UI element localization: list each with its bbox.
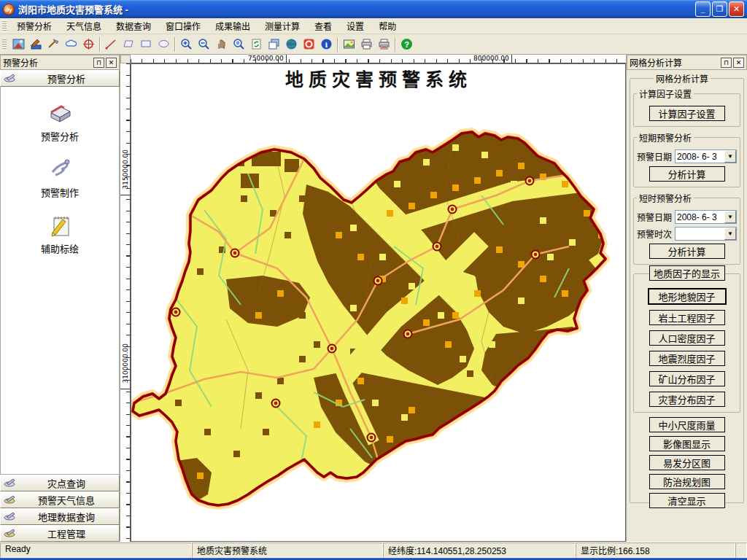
- info-icon[interactable]: i: [317, 36, 335, 53]
- short-term-group-label: 短期预警分析: [637, 131, 694, 144]
- stamp-icon: [4, 494, 17, 506]
- menu-item-7[interactable]: 查看: [307, 18, 339, 34]
- extra-button-4[interactable]: 防治规划图: [649, 474, 725, 489]
- map-image-icon[interactable]: [340, 36, 357, 53]
- town-marker[interactable]: [328, 345, 336, 353]
- chevron-down-icon[interactable]: ▼: [724, 150, 736, 163]
- left-group-1[interactable]: 灾点查询: [0, 475, 120, 491]
- menu-item-3[interactable]: 数据查询: [109, 18, 158, 34]
- left-group-3[interactable]: 地理数据查询: [0, 508, 120, 525]
- print-icon[interactable]: [357, 36, 375, 53]
- calc-factor-settings-button[interactable]: 计算因子设置: [649, 106, 725, 121]
- close-button[interactable]: ✕: [729, 1, 744, 17]
- short-time-period-label: 预警时次: [637, 228, 675, 240]
- town-marker[interactable]: [374, 277, 382, 285]
- hammer-icon[interactable]: [27, 36, 44, 53]
- satellite-image-icon[interactable]: [9, 36, 27, 53]
- town-marker[interactable]: [433, 243, 441, 251]
- polygon-icon[interactable]: [120, 36, 137, 53]
- short-term-calc-button[interactable]: 分析计算: [649, 166, 725, 182]
- close-icon[interactable]: ✕: [733, 58, 744, 68]
- right-panel: 网格分析计算 ⊓ ✕ 网格分析计算 计算因子设置 计算因子设置 短期预警分析 预…: [626, 55, 747, 542]
- factor-button-2[interactable]: 岩土工程因子: [649, 310, 725, 325]
- extra-button-3[interactable]: 易发分区图: [649, 455, 725, 470]
- factor-button-5[interactable]: 矿山分布因子: [649, 371, 725, 386]
- extra-button-2[interactable]: 影像图显示: [649, 436, 725, 451]
- layers-icon[interactable]: [265, 36, 282, 53]
- line-icon[interactable]: [102, 36, 120, 53]
- left-panel: 预警分析 ⊓ ✕ 预警分析 预警分析预警制作辅助标绘 灾点查询预警天气信息地理数…: [0, 55, 120, 542]
- town-marker[interactable]: [526, 177, 534, 185]
- ellipse-icon[interactable]: [155, 36, 172, 53]
- minimize-button[interactable]: _: [695, 1, 711, 17]
- menu-item-4[interactable]: 窗口操作: [158, 18, 208, 34]
- extra-button-5[interactable]: 清空显示: [649, 493, 725, 508]
- menu-item-2[interactable]: 天气信息: [59, 18, 109, 34]
- town-marker[interactable]: [172, 308, 180, 316]
- pan-icon[interactable]: [212, 36, 230, 53]
- menu-item-9[interactable]: 帮助: [371, 18, 403, 34]
- menu-item-6[interactable]: 测量计算: [258, 18, 307, 34]
- short-term-date-combobox[interactable]: 2008- 6- 3 ▼: [675, 149, 737, 163]
- left-group-4[interactable]: 工程管理: [0, 525, 120, 542]
- left-group-active-label: 预警分析: [17, 71, 116, 85]
- zoom-out-icon[interactable]: [195, 36, 212, 53]
- town-marker[interactable]: [368, 434, 376, 442]
- rectangle-icon[interactable]: [137, 36, 155, 53]
- window-title: 浏阳市地质灾害预警系统 -: [18, 2, 128, 16]
- menu-item-8[interactable]: 设置: [339, 18, 371, 34]
- map-canvas[interactable]: 地质灾害预警系统: [131, 63, 626, 542]
- extra-button-1[interactable]: 中小尺度雨量: [649, 417, 725, 432]
- town-marker[interactable]: [272, 400, 280, 408]
- pin-icon[interactable]: ⊓: [93, 58, 104, 68]
- print-special-icon[interactable]: [375, 36, 392, 53]
- stamp-icon: [4, 477, 17, 489]
- short-time-date-value: 2008- 6- 3: [676, 211, 724, 223]
- status-bar: Ready 地质灾害预警系统 经纬度:114.140551,28.250253 …: [0, 542, 747, 558]
- menu-grip: [2, 20, 7, 32]
- town-marker[interactable]: [449, 206, 457, 214]
- factor-button-6[interactable]: 灾害分布因子: [649, 392, 725, 407]
- toolbar: i?: [0, 34, 747, 55]
- close-icon[interactable]: ✕: [106, 58, 117, 68]
- town-marker[interactable]: [231, 249, 239, 257]
- left-group-label: 工程管理: [17, 526, 116, 540]
- menu-item-1[interactable]: 预警分析: [9, 18, 59, 34]
- geo-factor-display-button[interactable]: 地质因子的显示: [649, 265, 725, 281]
- stamp-icon: [4, 72, 17, 85]
- sidebar-item-1[interactable]: 预警分析: [1, 100, 119, 143]
- app-window: dy 浏阳市地质灾害预警系统 - _ ❐ ✕ 预警分析天气信息数据查询窗口操作成…: [0, 0, 747, 560]
- help-icon[interactable]: ?: [398, 36, 415, 53]
- sidebar-item-2[interactable]: 预警制作: [1, 156, 119, 199]
- zoom-in-icon[interactable]: [177, 36, 195, 53]
- cloud-icon[interactable]: [62, 36, 80, 53]
- pick-icon[interactable]: [44, 36, 62, 53]
- town-marker[interactable]: [404, 330, 412, 338]
- short-time-calc-button[interactable]: 分析计算: [649, 244, 725, 259]
- left-panel-header: 预警分析 ⊓ ✕: [0, 55, 120, 70]
- factor-button-1[interactable]: 地形地貌因子: [648, 288, 727, 305]
- menu-item-5[interactable]: 成果输出: [208, 18, 258, 34]
- zoom-extent-icon[interactable]: [230, 36, 247, 53]
- refresh-icon[interactable]: [247, 36, 265, 53]
- short-time-period-combobox[interactable]: ▼: [675, 227, 737, 241]
- resize-grip[interactable]: [735, 542, 747, 558]
- town-marker[interactable]: [532, 251, 540, 259]
- ruler-major-tick: [120, 195, 130, 195]
- toolbar-separator: [174, 37, 175, 52]
- pin-icon[interactable]: ⊓: [721, 58, 732, 68]
- target-icon[interactable]: [80, 36, 97, 53]
- stop-icon[interactable]: [300, 36, 317, 53]
- chevron-down-icon[interactable]: ▼: [724, 211, 736, 223]
- factor-button-4[interactable]: 地震烈度因子: [649, 351, 725, 366]
- short-time-date-combobox[interactable]: 2008- 6- 3 ▼: [675, 210, 737, 224]
- factor-button-3[interactable]: 人口密度因子: [649, 330, 725, 346]
- left-group-active[interactable]: 预警分析: [0, 70, 120, 87]
- globe-icon[interactable]: [282, 36, 300, 53]
- restore-button[interactable]: ❐: [712, 1, 727, 17]
- sidebar-item-3[interactable]: 辅助标绘: [1, 212, 119, 255]
- vertical-ruler: 3150000.003100000.00: [120, 63, 131, 542]
- left-group-2[interactable]: 预警天气信息: [0, 491, 120, 508]
- short-term-group: 短期预警分析 预警日期 2008- 6- 3 ▼ 分析计算: [633, 131, 740, 187]
- chevron-down-icon[interactable]: ▼: [724, 228, 736, 240]
